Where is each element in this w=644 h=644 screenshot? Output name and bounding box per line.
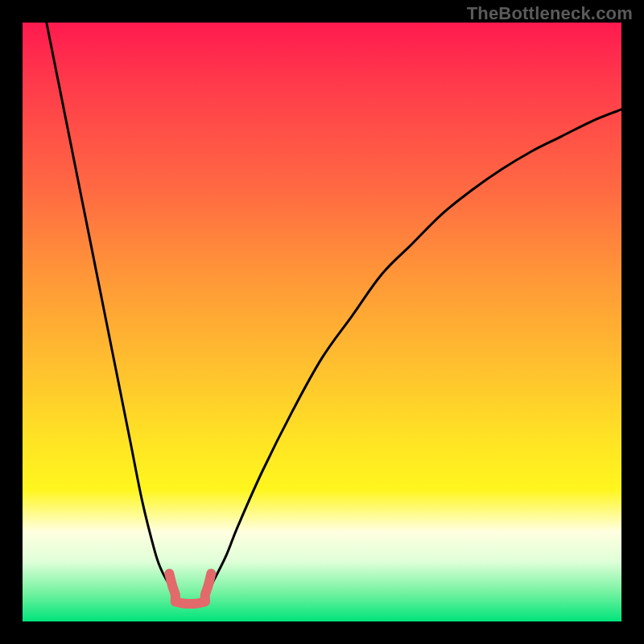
bottleneck-notch-notch-left (169, 573, 175, 600)
bottleneck-notch-notch-right (205, 573, 212, 600)
bottleneck-curve-left-arm (47, 23, 179, 597)
chart-gradient-background (23, 23, 621, 621)
bottleneck-curve-right-arm (202, 109, 621, 597)
watermark-label: TheBottleneck.com (467, 3, 633, 24)
chart-svg (23, 23, 621, 621)
bottleneck-notch-notch-bottom (175, 601, 205, 604)
